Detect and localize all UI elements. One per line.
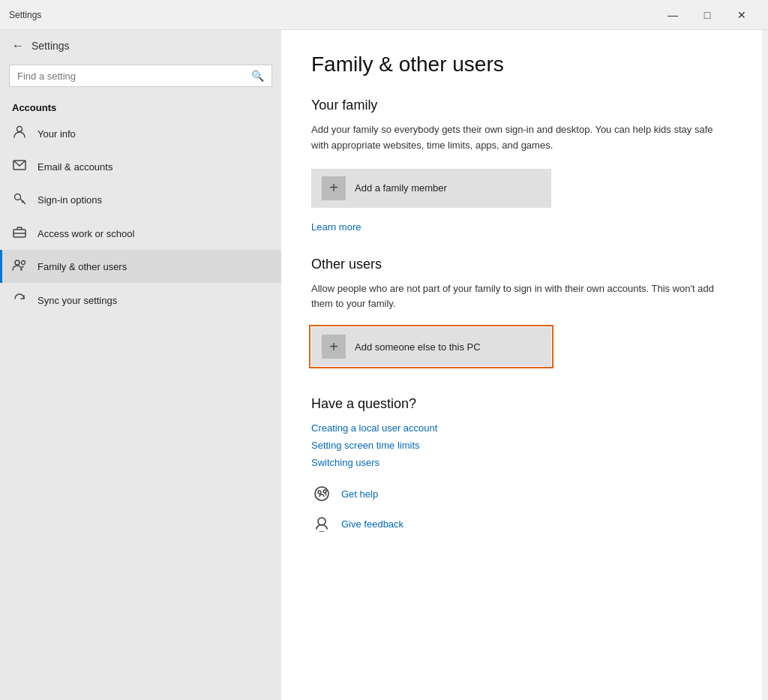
give-feedback-icon <box>311 513 332 534</box>
briefcase-icon <box>12 226 27 241</box>
close-button[interactable]: ✕ <box>724 3 759 27</box>
add-family-member-button[interactable]: + Add a family member <box>311 169 551 208</box>
app-title: Settings <box>32 40 70 52</box>
sidebar-item-email-label: Email & accounts <box>38 161 112 173</box>
give-feedback-item[interactable]: Give feedback <box>311 513 732 534</box>
have-a-question-title: Have a question? <box>311 396 732 412</box>
maximize-button[interactable]: □ <box>690 3 724 27</box>
main-content: Family & other users Your family Add you… <box>281 30 762 700</box>
sidebar-item-sync-label: Sync your settings <box>38 295 117 306</box>
key-icon <box>12 191 27 208</box>
title-bar: Settings — □ ✕ <box>0 0 768 30</box>
sidebar-item-email-accounts[interactable]: Email & accounts <box>0 151 281 182</box>
get-help-item[interactable]: Get help <box>311 483 732 504</box>
search-box: 🔍 <box>9 65 272 87</box>
sidebar-item-signin-label: Sign-in options <box>38 194 102 206</box>
plus-icon-2: + <box>329 338 338 356</box>
family-icon <box>12 259 27 274</box>
svg-point-5 <box>15 260 20 265</box>
svg-point-7 <box>315 487 328 500</box>
sidebar-section-label: Accounts <box>0 96 281 116</box>
svg-point-8 <box>318 491 321 494</box>
person-icon <box>12 125 27 142</box>
minimize-button[interactable]: — <box>656 3 690 27</box>
sidebar-item-your-info-label: Your info <box>38 128 76 140</box>
settings-window: Settings — □ ✕ ← Settings 🔍 Accounts <box>0 0 768 700</box>
add-someone-icon-box: + <box>322 335 346 359</box>
other-users-desc: Allow people who are not part of your fa… <box>311 281 731 313</box>
svg-point-9 <box>323 490 326 493</box>
your-family-desc: Add your family so everybody gets their … <box>311 122 731 154</box>
svg-point-6 <box>22 261 26 265</box>
window-controls: — □ ✕ <box>656 3 759 27</box>
back-arrow-icon: ← <box>12 39 24 53</box>
add-someone-else-button[interactable]: + Add someone else to this PC <box>311 327 551 366</box>
sidebar-item-access-label: Access work or school <box>38 228 134 239</box>
svg-point-0 <box>17 127 22 132</box>
search-icon: 🔍 <box>251 70 264 82</box>
setting-screen-time-link[interactable]: Setting screen time limits <box>311 440 732 451</box>
get-help-label: Get help <box>341 488 378 500</box>
back-button[interactable]: ← Settings <box>0 30 281 62</box>
window-title: Settings <box>9 10 656 20</box>
sidebar-item-sign-in-options[interactable]: Sign-in options <box>0 182 281 217</box>
creating-local-user-link[interactable]: Creating a local user account <box>311 422 732 434</box>
have-a-question-section: Have a question? Creating a local user a… <box>311 396 732 468</box>
content-area: ← Settings 🔍 Accounts Your info <box>0 30 768 700</box>
sidebar-item-sync-settings[interactable]: Sync your settings <box>0 283 281 317</box>
get-help-icon <box>311 483 332 504</box>
scrollbar[interactable] <box>762 30 768 700</box>
email-icon <box>12 160 27 173</box>
plus-icon: + <box>329 179 338 197</box>
your-family-title: Your family <box>311 98 732 113</box>
give-feedback-label: Give feedback <box>341 518 404 530</box>
add-family-member-label: Add a family member <box>355 182 447 194</box>
sidebar-item-access-work-school[interactable]: Access work or school <box>0 217 281 250</box>
svg-point-10 <box>318 518 326 525</box>
page-title: Family & other users <box>311 53 732 77</box>
svg-point-2 <box>15 194 21 200</box>
sidebar-item-your-info[interactable]: Your info <box>0 116 281 151</box>
sync-icon <box>12 292 27 308</box>
sidebar-item-family-label: Family & other users <box>38 261 127 272</box>
search-input[interactable] <box>17 71 251 82</box>
learn-more-link[interactable]: Learn more <box>311 221 361 233</box>
add-family-icon-box: + <box>322 176 346 200</box>
help-section: Get help Give feedback <box>311 483 732 534</box>
other-users-title: Other users <box>311 257 732 272</box>
add-someone-else-label: Add someone else to this PC <box>355 341 481 353</box>
sidebar: ← Settings 🔍 Accounts Your info <box>0 30 281 700</box>
switching-users-link[interactable]: Switching users <box>311 457 732 468</box>
sidebar-item-family-other-users[interactable]: Family & other users <box>0 250 281 283</box>
